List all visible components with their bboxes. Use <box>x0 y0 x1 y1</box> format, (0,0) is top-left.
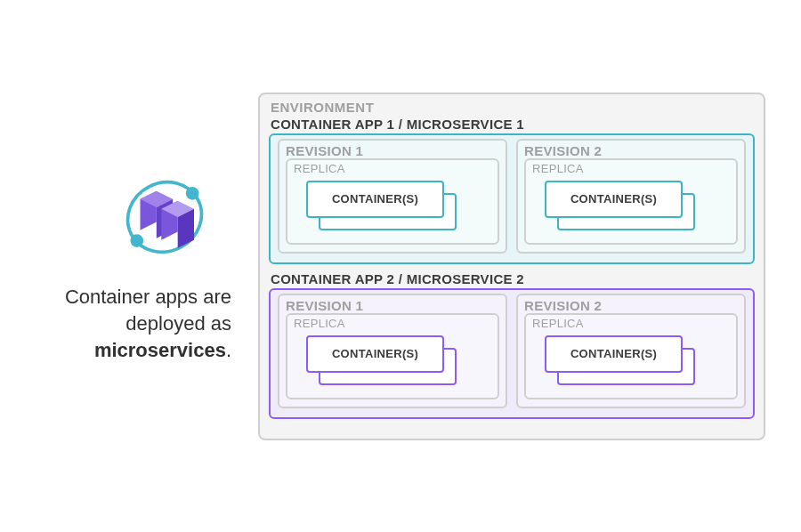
app-1-revision-2: REVISION 2 REPLICA CONTAINER(S) <box>516 139 746 254</box>
revision-label: REVISION 1 <box>286 143 499 158</box>
app-2-label: CONTAINER APP 2 / MICROSERVICE 2 <box>269 271 755 286</box>
containers-stack: CONTAINER(S) <box>532 181 730 234</box>
replica-label: REPLICA <box>532 317 730 330</box>
replica-box: REPLICA CONTAINER(S) <box>524 158 738 245</box>
svg-point-1 <box>186 188 199 201</box>
container-box-front: CONTAINER(S) <box>306 335 444 373</box>
containers-stack: CONTAINER(S) <box>532 335 730 389</box>
replica-label: REPLICA <box>294 162 491 175</box>
app-2-revision-1: REVISION 1 REPLICA CONTAINER(S) <box>278 294 507 408</box>
container-app-2: REVISION 1 REPLICA CONTAINER(S) REVISION… <box>269 288 755 419</box>
left-column: Container apps are deployed as microserv… <box>0 168 258 363</box>
app-2-revision-2: REVISION 2 REPLICA CONTAINER(S) <box>516 294 746 408</box>
revision-label: REVISION 1 <box>286 298 499 313</box>
app-1-label: CONTAINER APP 1 / MICROSERVICE 1 <box>269 117 755 132</box>
caption-line-1: Container apps are <box>65 286 231 308</box>
svg-point-2 <box>131 235 144 248</box>
caption-suffix: . <box>226 339 231 361</box>
container-box-front: CONTAINER(S) <box>306 181 444 218</box>
revision-label: REVISION 2 <box>524 298 738 313</box>
app-1-revision-1: REVISION 1 REPLICA CONTAINER(S) <box>278 139 507 254</box>
container-apps-service-icon <box>116 168 214 266</box>
caption-text: Container apps are deployed as microserv… <box>65 284 231 363</box>
container-box-front: CONTAINER(S) <box>545 181 683 218</box>
replica-box: REPLICA CONTAINER(S) <box>524 313 738 399</box>
replica-box: REPLICA CONTAINER(S) <box>286 158 499 245</box>
caption-bold: microservices <box>94 339 226 361</box>
replica-box: REPLICA CONTAINER(S) <box>286 313 499 399</box>
replica-label: REPLICA <box>532 162 730 175</box>
container-app-1: REVISION 1 REPLICA CONTAINER(S) REVISION… <box>269 133 755 264</box>
revision-label: REVISION 2 <box>524 143 738 158</box>
caption-line-2: deployed as <box>125 312 231 335</box>
containers-stack: CONTAINER(S) <box>294 335 491 389</box>
app-1-revisions-row: REVISION 1 REPLICA CONTAINER(S) REVISION… <box>278 139 746 254</box>
environment-box: ENVIRONMENT CONTAINER APP 1 / MICROSERVI… <box>258 93 765 440</box>
environment-label: ENVIRONMENT <box>269 100 755 115</box>
diagram-column: ENVIRONMENT CONTAINER APP 1 / MICROSERVI… <box>258 93 783 440</box>
containers-stack: CONTAINER(S) <box>294 181 491 234</box>
app-2-revisions-row: REVISION 1 REPLICA CONTAINER(S) REVISION… <box>278 294 746 408</box>
replica-label: REPLICA <box>294 317 491 330</box>
container-box-front: CONTAINER(S) <box>545 335 683 373</box>
